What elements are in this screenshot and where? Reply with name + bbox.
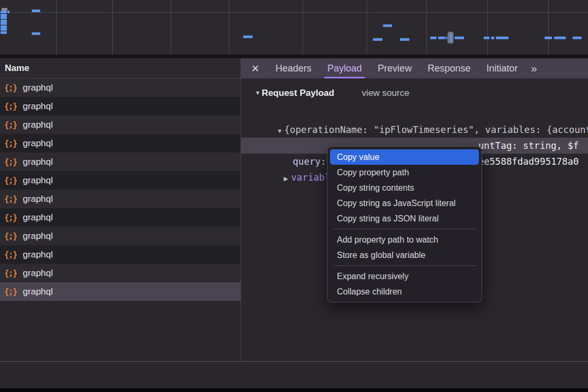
name-column-header[interactable]: Name bbox=[0, 58, 240, 78]
overview-gridline bbox=[367, 0, 367, 55]
menu-item-copy-string-as-json-literal[interactable]: Copy string as JSON literal bbox=[327, 211, 482, 226]
network-request-panel: Name {;}graphql{;}graphql{;}graphql{;}gr… bbox=[0, 58, 240, 361]
menu-item-expand-recursively[interactable]: Expand recursively bbox=[327, 269, 482, 284]
request-timing-bar[interactable] bbox=[1, 28, 7, 31]
request-timing-bar[interactable] bbox=[383, 24, 392, 27]
overview-gridline bbox=[171, 0, 171, 55]
request-row[interactable]: {;}graphql bbox=[0, 78, 240, 97]
json-request-icon: {;} bbox=[4, 120, 17, 130]
summary-bar bbox=[0, 361, 588, 388]
payload-operationname-row[interactable]: operationName: "ipFlowTimeseries" bbox=[241, 122, 588, 138]
overview-gridline bbox=[56, 0, 57, 55]
menu-separator bbox=[333, 265, 476, 266]
request-timing-bar[interactable] bbox=[32, 10, 40, 12]
overview-gridline bbox=[112, 0, 113, 55]
request-timing-bar[interactable] bbox=[1, 25, 7, 28]
menu-separator bbox=[333, 229, 476, 229]
section-collapse-triangle-icon[interactable]: ▼ bbox=[255, 90, 261, 96]
overview-gridline bbox=[229, 0, 229, 55]
request-row[interactable]: {;}graphql bbox=[0, 227, 240, 245]
request-row[interactable]: {;}graphql bbox=[0, 190, 240, 208]
request-name-label: graphql bbox=[23, 138, 53, 149]
request-timing-bar[interactable] bbox=[1, 22, 7, 25]
request-row[interactable]: {;}graphql bbox=[0, 97, 240, 115]
request-name-label: graphql bbox=[23, 212, 53, 223]
tab-headers[interactable]: Headers bbox=[268, 58, 319, 78]
collapsed-triangle-icon[interactable]: ▶ bbox=[284, 171, 291, 186]
devtools-window: Name {;}graphql{;}graphql{;}graphql{;}gr… bbox=[0, 0, 588, 392]
request-timing-bar[interactable] bbox=[491, 37, 494, 39]
menu-item-copy-string-contents[interactable]: Copy string contents bbox=[327, 180, 482, 195]
request-timing-bar[interactable] bbox=[573, 37, 582, 39]
detail-tabbar: ✕ HeadersPayloadPreviewResponseInitiator… bbox=[241, 58, 588, 78]
request-timing-bar[interactable] bbox=[496, 37, 509, 39]
request-name-label: graphql bbox=[23, 268, 53, 279]
tab-preview[interactable]: Preview bbox=[370, 58, 420, 78]
request-timing-bar[interactable] bbox=[32, 32, 40, 35]
request-timing-bar[interactable] bbox=[430, 37, 436, 39]
request-list: {;}graphql{;}graphql{;}graphql{;}graphql… bbox=[0, 78, 240, 361]
request-timing-bar[interactable] bbox=[1, 31, 7, 34]
menu-item-add-property-path-to-watch[interactable]: Add property path to watch bbox=[327, 232, 482, 247]
request-name-label: graphql bbox=[23, 120, 53, 130]
json-request-icon: {;} bbox=[4, 102, 17, 111]
request-timing-bar[interactable] bbox=[446, 37, 447, 39]
json-request-icon: {;} bbox=[4, 213, 17, 222]
window-bottom-edge bbox=[0, 388, 588, 392]
request-name-label: graphql bbox=[23, 175, 53, 186]
menu-item-collapse-children[interactable]: Collapse children bbox=[327, 284, 482, 299]
request-row[interactable]: {;}graphql bbox=[0, 208, 240, 227]
request-row[interactable]: {;}graphql bbox=[0, 134, 240, 153]
request-timing-bar[interactable] bbox=[1, 11, 7, 13]
request-timing-bar[interactable] bbox=[7, 11, 10, 13]
more-tabs-icon[interactable]: » bbox=[525, 62, 542, 75]
request-row[interactable]: {;}graphql bbox=[0, 171, 240, 190]
tab-response[interactable]: Response bbox=[420, 58, 478, 78]
overview-gridline bbox=[548, 0, 549, 55]
menu-item-copy-string-as-javascript-literal[interactable]: Copy string as JavaScript literal bbox=[327, 195, 482, 211]
property-value-continued: untTag: string, $f bbox=[478, 138, 579, 154]
payload-root-row[interactable]: ▼{operationName: "ipFlowTimeseries", var… bbox=[241, 106, 588, 122]
request-name-label: graphql bbox=[23, 157, 53, 167]
menu-item-copy-property-path[interactable]: Copy property path bbox=[327, 165, 482, 180]
request-timing-bar[interactable] bbox=[400, 38, 409, 41]
json-request-icon: {;} bbox=[4, 250, 17, 260]
request-timing-bar[interactable] bbox=[484, 37, 489, 39]
request-row[interactable]: {;}graphql bbox=[0, 264, 240, 282]
request-row[interactable]: {;}graphql bbox=[0, 115, 240, 134]
request-name-label: graphql bbox=[23, 83, 53, 93]
request-row[interactable]: {;}graphql bbox=[0, 245, 240, 264]
request-timing-bar[interactable] bbox=[243, 35, 253, 38]
context-menu: Copy valueCopy property pathCopy string … bbox=[327, 146, 482, 302]
menu-item-store-as-global-variable[interactable]: Store as global variable bbox=[327, 247, 482, 263]
request-row[interactable]: {;}graphql bbox=[0, 282, 240, 301]
json-request-icon: {;} bbox=[4, 269, 17, 278]
menu-item-copy-value[interactable]: Copy value bbox=[330, 149, 479, 165]
tab-initiator[interactable]: Initiator bbox=[478, 58, 525, 78]
json-request-icon: {;} bbox=[4, 194, 17, 204]
request-timing-bar[interactable] bbox=[554, 37, 566, 39]
panel-splitter[interactable] bbox=[240, 58, 241, 388]
overview-divider bbox=[0, 55, 588, 58]
request-timing-bar[interactable] bbox=[545, 37, 552, 39]
request-timing-bar[interactable] bbox=[455, 37, 464, 39]
request-timing-bar[interactable] bbox=[1, 16, 7, 19]
overview-gridline bbox=[426, 0, 427, 55]
request-name-label: graphql bbox=[23, 287, 53, 297]
request-payload-title: Request Payload bbox=[262, 88, 334, 99]
request-timing-bar[interactable] bbox=[438, 37, 445, 39]
network-overview[interactable] bbox=[0, 0, 588, 55]
overview-gridline bbox=[302, 0, 303, 55]
request-name-label: graphql bbox=[23, 101, 53, 112]
selected-request-marker bbox=[448, 32, 453, 43]
close-icon[interactable]: ✕ bbox=[248, 63, 262, 75]
request-timing-bar[interactable] bbox=[1, 20, 7, 22]
json-request-icon: {;} bbox=[4, 139, 17, 148]
request-timing-bar[interactable] bbox=[1, 14, 7, 16]
request-name-label: graphql bbox=[23, 231, 53, 242]
request-timing-bar[interactable] bbox=[373, 38, 382, 41]
tab-payload[interactable]: Payload bbox=[319, 58, 370, 78]
view-source-link[interactable]: view source bbox=[362, 88, 409, 99]
request-row[interactable]: {;}graphql bbox=[0, 153, 240, 171]
tabs-container: HeadersPayloadPreviewResponseInitiator bbox=[268, 58, 525, 78]
